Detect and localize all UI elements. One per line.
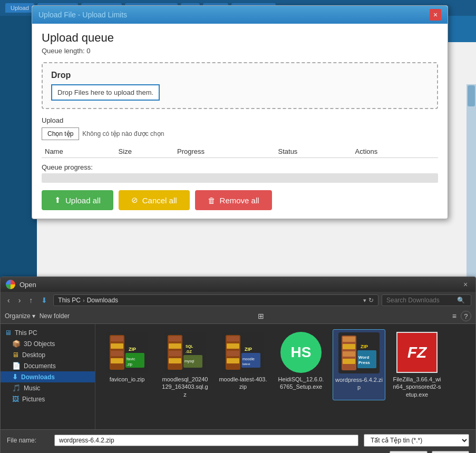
svg-rect-2 (111, 336, 123, 341)
svg-rect-24 (227, 351, 239, 356)
svg-rect-23 (227, 343, 239, 349)
search-input[interactable] (386, 297, 455, 304)
tree-label-music: Music (24, 385, 40, 392)
tab-upload[interactable]: Upload (5, 3, 34, 13)
tree-item-music[interactable]: 🎵 Music (1, 382, 95, 393)
svg-rect-3 (111, 343, 123, 349)
tree-item-this-pc[interactable]: 🖥 This PC (1, 327, 95, 338)
file-thumb-moodle: ZIP moodle latest (222, 331, 264, 373)
breadcrumb-downloads[interactable]: Downloads (87, 297, 118, 304)
svg-rect-15 (169, 358, 181, 363)
breadcrumb-refresh-button[interactable]: ↻ (368, 297, 374, 304)
upload-section: Upload Chọn tệp Không có tệp nào được ch… (42, 116, 438, 140)
file-item-heidisql[interactable]: HS HeidiSQL_12.6.0.6765_Setup.exe (275, 329, 327, 400)
file-table: Name Size Progress Status Actions (42, 145, 438, 158)
tree-item-downloads[interactable]: ⬇ Downloads (1, 371, 95, 382)
tree-label-3d-objects: 3D Objects (24, 340, 55, 348)
folder-music-icon: 🎵 (12, 384, 21, 392)
organize-chevron-icon: ▾ (32, 312, 35, 320)
col-status: Status (275, 145, 352, 158)
trash-icon: 🗑 (208, 196, 216, 205)
files-grid: ZIP favic .zip favicon_io.zip (95, 324, 475, 429)
filename-label: File name: (7, 437, 49, 444)
action-buttons: ⬆ Upload all ⊘ Cancel all 🗑 Remove all (42, 190, 438, 210)
col-size: Size (115, 145, 174, 158)
svg-text:ZIP: ZIP (245, 347, 252, 352)
folder-3d-icon: 📦 (12, 340, 21, 348)
open-dialog-close-button[interactable]: × (461, 280, 470, 289)
upload-dialog-close-button[interactable]: × (430, 9, 441, 21)
scrollbar-thumb[interactable] (468, 85, 475, 106)
svg-rect-12 (169, 336, 181, 341)
upload-limits-link[interactable]: Upload Limits (82, 11, 127, 19)
file-item-moodle[interactable]: ZIP moodle latest moodle-latest-403.zip (217, 329, 269, 400)
no-file-chosen-text: Không có tệp nào được chọn (82, 130, 164, 137)
organize-button[interactable]: Organize ▾ (5, 312, 35, 320)
upload-icon: ⬆ (54, 195, 61, 205)
view-button[interactable]: ⊞ (258, 312, 264, 320)
folder-documents-icon: 📄 (12, 362, 21, 370)
nav-up-button[interactable]: ↑ (26, 295, 35, 306)
svg-rect-35 (343, 359, 355, 364)
breadcrumb-dropdown-button[interactable]: ▾ (363, 297, 366, 304)
file-thumb-wordpress: ZIP Word Press (338, 332, 380, 374)
svg-text:Press: Press (358, 360, 370, 365)
svg-text:favic: favic (127, 357, 135, 361)
svg-text:ZIP: ZIP (361, 344, 368, 349)
file-thumb-filezilla: FZ (396, 331, 438, 373)
nav-back-button[interactable]: ‹ (5, 295, 13, 306)
drop-zone[interactable]: Drop Drop Files here to upload them. (42, 62, 438, 109)
file-name-filezilla: FileZilla_3.66.4_win64_sponsored2-setup.… (393, 376, 441, 398)
zip-icon-moodlesql: SQL .GZ mysql (164, 332, 206, 373)
filename-row: File name: Tất cả Tệp tin (*.*) (7, 434, 469, 447)
tree-label-downloads: Downloads (21, 373, 55, 381)
sidebar-tree: 🖥 This PC 📦 3D Objects 🖥 Desktop 📄 Docum… (1, 324, 95, 429)
upload-all-button[interactable]: ⬆ Upload all (42, 190, 113, 210)
folder-pictures-icon: 🖼 (12, 395, 19, 403)
file-thumb-moodlesql: SQL .GZ mysql (164, 331, 206, 373)
file-item-favicon[interactable]: ZIP favic .zip favicon_io.zip (101, 329, 153, 400)
tree-item-desktop[interactable]: 🖥 Desktop (1, 349, 95, 360)
svg-rect-5 (111, 358, 123, 363)
open-button[interactable]: Open (390, 451, 427, 453)
remove-all-button[interactable]: 🗑 Remove all (195, 190, 272, 210)
open-nav-toolbar: ‹ › ↑ ⬇ This PC › Downloads ▾ ↻ 🔍 (1, 292, 475, 309)
svg-rect-34 (343, 351, 355, 357)
breadcrumb-this-pc[interactable]: This PC (58, 297, 81, 304)
tree-label-documents: Documents (24, 362, 56, 370)
tree-item-3d-objects[interactable]: 📦 3D Objects (1, 338, 95, 349)
filename-input[interactable] (54, 435, 358, 446)
file-thumb-heidisql: HS (280, 331, 322, 373)
organize-label: Organize (5, 312, 31, 320)
tree-item-documents[interactable]: 📄 Documents (1, 360, 95, 371)
open-bottom-bar: File name: Tất cả Tệp tin (*.*) Open Can… (1, 429, 475, 453)
svg-text:SQL: SQL (186, 344, 193, 349)
tree-item-pictures[interactable]: 🖼 Pictures (1, 393, 95, 405)
search-box: 🔍 (382, 294, 471, 306)
open-dialog-title: Open (20, 281, 36, 289)
file-item-wordpress[interactable]: ZIP Word Press wordpress-6.4.2.zip (333, 329, 385, 400)
progress-bar (42, 173, 438, 183)
upload-dialog-title: Upload File - Upload Limits (38, 11, 127, 19)
cancel-all-button[interactable]: ⊘ Cancel all (119, 190, 190, 210)
open-action-row: Open Cancel (7, 451, 469, 453)
file-thumb-favicon: ZIP favic .zip (106, 331, 148, 373)
new-folder-button[interactable]: New folder (40, 312, 70, 320)
view-details-button[interactable]: ≡ (452, 312, 456, 320)
file-item-moodlesql[interactable]: SQL .GZ mysql moodlesql_20240129_163403.… (159, 329, 211, 400)
dialog-cancel-button[interactable]: Cancel (432, 451, 469, 453)
filetype-select[interactable]: Tất cả Tệp tin (*.*) (364, 434, 469, 447)
col-name: Name (42, 145, 115, 158)
nav-forward-button[interactable]: › (16, 295, 24, 306)
svg-rect-4 (111, 351, 123, 356)
file-item-filezilla[interactable]: FZ FileZilla_3.66.4_win64_sponsored2-set… (391, 329, 443, 400)
nav-download-icon[interactable]: ⬇ (38, 295, 50, 306)
svg-rect-13 (169, 343, 181, 349)
cancel-all-label: Cancel all (142, 196, 177, 205)
help-button[interactable]: ? (461, 311, 471, 321)
search-button[interactable]: 🔍 (457, 297, 465, 304)
svg-text:Word: Word (358, 355, 369, 360)
choose-file-button[interactable]: Chọn tệp (42, 127, 79, 140)
file-name-favicon: favicon_io.zip (110, 376, 145, 383)
upload-file-row: Chọn tệp Không có tệp nào được chọn (42, 127, 438, 140)
